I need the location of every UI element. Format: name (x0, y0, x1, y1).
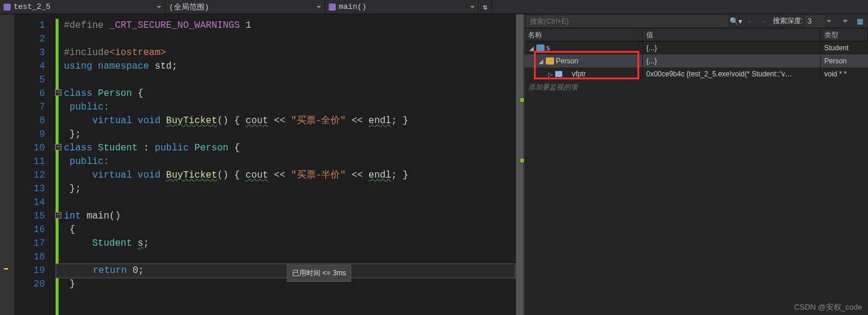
search-depth-input[interactable] (805, 16, 824, 27)
watch-header: 名称 值 类型 (524, 28, 868, 41)
code-editor[interactable]: ➡ 1234567891011121314151617181920 #defin… (0, 14, 524, 315)
watch-rows[interactable]: ◢s{...}Student◢Person{...}Person▷__vfptr… (524, 41, 868, 315)
var-value: {...} (643, 54, 821, 68)
watch-panel: 🔍▾ ← → 搜索深度: ⫧ ▦ 名称 值 类型 ◢s{...}Student◢… (524, 14, 868, 315)
watch-row[interactable]: ▷__vfptr0x00ce9b4c {test_2_5.exe!void(* … (524, 68, 868, 81)
chevron-down-icon (827, 20, 831, 22)
fold-toggle[interactable]: − (55, 144, 61, 150)
tree-toggle[interactable]: ▷ (548, 71, 553, 77)
obj-y-icon (546, 57, 554, 65)
col-type[interactable]: 类型 (821, 28, 868, 41)
editor-scrollbar[interactable] (516, 14, 524, 315)
tree-toggle[interactable]: ◢ (538, 58, 544, 64)
fld-icon (555, 71, 562, 77)
depth-label: 搜索深度: (773, 16, 803, 26)
scope-label: (全局范围) (169, 2, 209, 12)
watch-row[interactable]: ◢s{...}Student (524, 41, 868, 54)
watch-row[interactable]: ◢Person{...}Person (524, 54, 868, 68)
split-icon: ⇅ (483, 2, 488, 12)
function-icon (329, 4, 336, 11)
nav-forward-button[interactable]: → (759, 16, 770, 27)
watermark: CSDN @安权_code (794, 302, 862, 313)
function-name: main() (339, 2, 367, 11)
var-type: void * * (821, 68, 868, 81)
breakpoint-gutter[interactable]: ➡ (0, 14, 14, 315)
filter-button[interactable]: ⫧ (840, 16, 851, 27)
project-icon (4, 4, 11, 11)
scope-selector[interactable]: (全局范围) (166, 0, 325, 14)
var-type: Student (821, 41, 868, 54)
line-numbers: 1234567891011121314151617181920 (14, 14, 56, 315)
chevron-down-icon (316, 6, 321, 8)
col-value[interactable]: 值 (643, 28, 821, 41)
project-selector[interactable]: test_2_5 (0, 0, 166, 14)
var-name: s (546, 44, 550, 52)
function-selector[interactable]: main() (325, 0, 479, 14)
var-value: 0x00ce9b4c {test_2_5.exe!void(* Student:… (643, 68, 821, 81)
var-name: __vfptr (564, 70, 586, 78)
search-icon[interactable]: 🔍▾ (730, 17, 742, 25)
var-value: {...} (643, 41, 821, 54)
fold-toggle[interactable]: − (55, 212, 61, 218)
col-name[interactable]: 名称 (524, 28, 643, 41)
chevron-down-icon (470, 6, 475, 8)
grid-toggle-button[interactable]: ▦ (854, 16, 866, 27)
project-name: test_2_5 (14, 2, 50, 11)
add-watch-placeholder[interactable]: 添加要监视的项 (524, 81, 868, 94)
watch-search-input[interactable] (527, 16, 727, 27)
fold-toggle[interactable]: − (55, 89, 61, 96)
chevron-down-icon (157, 6, 161, 8)
tree-toggle[interactable]: ◢ (529, 45, 535, 51)
current-line-arrow: ➡ (4, 264, 8, 274)
var-name: Person (556, 57, 578, 65)
var-type: Person (821, 54, 868, 68)
obj-icon (536, 44, 545, 52)
split-button[interactable]: ⇅ (479, 0, 492, 14)
nav-back-button[interactable]: ← (744, 16, 756, 27)
